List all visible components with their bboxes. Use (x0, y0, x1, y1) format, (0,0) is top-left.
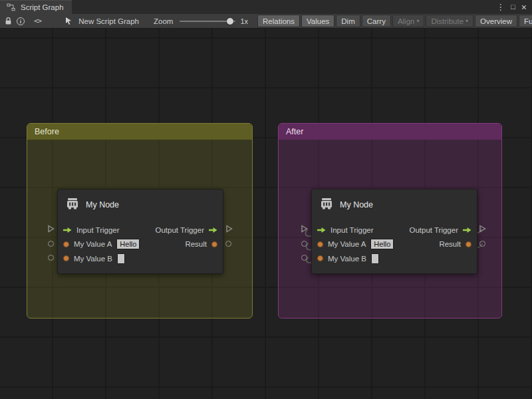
trigger-out-icon[interactable] (463, 227, 471, 233)
value-port-icon[interactable] (317, 241, 323, 247)
my-node-after[interactable]: My Node Input Trigger Output Trigger (311, 189, 477, 274)
value-b-input[interactable] (371, 253, 379, 264)
group-before-title: Before (35, 127, 59, 136)
graph-name-button[interactable]: New Script Graph (63, 15, 139, 27)
result-port[interactable]: Result (185, 240, 217, 248)
my-node-before[interactable]: My Node Input Trigger Output Trigger (57, 189, 223, 274)
graph-value-a-port[interactable] (48, 241, 54, 247)
trigger-out-icon[interactable] (209, 227, 217, 233)
cursor-icon (63, 15, 74, 27)
zoom-control: Zoom 1x (154, 17, 248, 25)
tab-script-graph[interactable]: Script Graph (0, 0, 72, 14)
graph-result-port[interactable] (479, 241, 485, 247)
group-before[interactable]: Before My Node Input Trigger (27, 123, 253, 319)
group-after[interactable]: After My Node (278, 123, 502, 319)
chevron-down-icon: ▾ (416, 19, 419, 24)
zoom-handle[interactable] (227, 18, 233, 25)
input-trigger-port[interactable]: Input Trigger (63, 226, 120, 234)
output-trigger-port[interactable]: Output Trigger (155, 226, 217, 234)
node-icon (65, 196, 80, 213)
trigger-in-icon[interactable] (317, 227, 326, 233)
value-a-input[interactable]: Hello (370, 239, 394, 249)
graph-canvas[interactable]: Before My Node Input Trigger (0, 29, 532, 399)
node-header: My Node (58, 190, 223, 220)
result-port[interactable]: Result (439, 240, 471, 248)
values-button[interactable]: Values (301, 15, 334, 27)
graph-value-b-port[interactable] (48, 255, 54, 261)
distribute-button[interactable]: Distribute▾ (426, 15, 473, 27)
value-port-icon[interactable] (63, 255, 69, 261)
full-screen-button[interactable]: Full Screen (519, 15, 532, 27)
node-icon (319, 196, 334, 213)
input-trigger-port[interactable]: Input Trigger (317, 226, 374, 234)
lock-icon[interactable] (4, 15, 13, 27)
trigger-in-icon[interactable] (63, 227, 72, 233)
value-a-port[interactable]: My Value A Hello (63, 239, 140, 249)
overview-button[interactable]: Overview (475, 15, 517, 27)
tab-bar: Script Graph ⋮ □ × (0, 0, 532, 14)
dim-button[interactable]: Dim (336, 15, 360, 27)
node-header: My Node (312, 190, 477, 220)
carry-button[interactable]: Carry (362, 15, 391, 27)
graph-output-trigger-port[interactable] (479, 225, 486, 233)
value-a-port[interactable]: My Value A Hello (317, 239, 394, 249)
close-icon[interactable]: × (521, 3, 527, 12)
graph-value-b-port[interactable] (301, 255, 307, 261)
value-port-icon[interactable] (317, 255, 323, 261)
value-b-port[interactable]: My Value B (63, 253, 125, 264)
value-b-port[interactable]: My Value B (317, 253, 379, 264)
align-button[interactable]: Align▾ (392, 15, 425, 27)
value-port-icon[interactable] (63, 241, 69, 247)
graph-result-port[interactable] (225, 241, 231, 247)
script-graph-icon (5, 1, 17, 13)
graph-input-trigger-port[interactable] (301, 225, 308, 233)
graph-value-a-port[interactable] (301, 241, 307, 247)
script-graph-window: Script Graph ⋮ □ × i <> New Script Graph… (0, 0, 532, 399)
relations-button[interactable]: Relations (257, 15, 300, 27)
graph-toolbar: i <> New Script Graph Zoom 1x Relations … (0, 14, 532, 29)
node-title: My Node (86, 200, 119, 209)
node-body: Input Trigger Output Trigger My Value A … (58, 220, 223, 266)
code-view-icon[interactable]: <> (34, 15, 41, 27)
value-b-input[interactable] (117, 253, 125, 264)
value-port-icon[interactable] (211, 241, 217, 247)
toolbar-buttons: Relations Values Dim Carry Align▾ Distri… (257, 15, 532, 27)
graph-input-trigger-port[interactable] (47, 225, 55, 233)
value-port-icon[interactable] (466, 241, 471, 247)
node-title: My Node (340, 200, 373, 209)
zoom-label: Zoom (154, 17, 173, 25)
maximize-icon[interactable]: □ (511, 3, 515, 11)
zoom-slider[interactable] (180, 21, 235, 22)
node-body: Input Trigger Output Trigger My Value A … (312, 220, 477, 266)
tab-title: Script Graph (21, 3, 64, 11)
graph-output-trigger-port[interactable] (225, 225, 233, 233)
group-before-header[interactable]: Before (27, 124, 252, 140)
output-trigger-port[interactable]: Output Trigger (409, 226, 471, 234)
chevron-down-icon: ▾ (466, 19, 468, 24)
group-after-header[interactable]: After (279, 124, 501, 140)
graph-name-label: New Script Graph (78, 17, 139, 25)
group-after-title: After (286, 127, 303, 136)
value-a-input[interactable]: Hello (116, 239, 140, 249)
zoom-value: 1x (240, 17, 248, 25)
window-menu-icon[interactable]: ⋮ (496, 3, 505, 11)
info-icon[interactable]: i (17, 15, 25, 27)
window-controls: ⋮ □ × (496, 0, 532, 14)
